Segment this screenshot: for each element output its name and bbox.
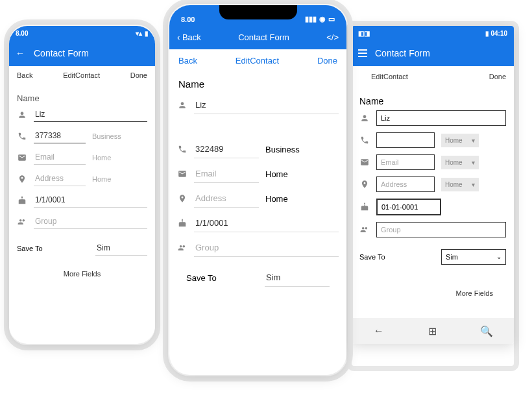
address-row: Home▾ bbox=[359, 176, 506, 192]
location-icon bbox=[177, 193, 187, 204]
save-to-field[interactable] bbox=[265, 269, 330, 287]
phone-icon bbox=[17, 131, 27, 141]
wifi-icon: ◉ bbox=[319, 15, 326, 23]
phone-type-label[interactable]: Business bbox=[265, 145, 304, 154]
date-row bbox=[359, 199, 506, 215]
save-to-label: Save To bbox=[186, 273, 217, 283]
time-label: 8.00 bbox=[16, 30, 28, 37]
email-field[interactable] bbox=[376, 154, 435, 170]
battery-icon: ▭ bbox=[328, 15, 335, 23]
email-type-dropdown[interactable]: Home▾ bbox=[441, 156, 479, 169]
person-icon bbox=[17, 110, 27, 120]
done-button[interactable]: Done bbox=[317, 56, 337, 66]
save-to-label: Save To bbox=[17, 245, 43, 252]
name-field[interactable] bbox=[376, 110, 506, 126]
phone-icon bbox=[359, 135, 370, 145]
email-field[interactable] bbox=[34, 150, 86, 165]
time-label: ▮ 04:10 bbox=[485, 30, 507, 37]
address-field[interactable] bbox=[376, 176, 435, 192]
name-section-label: Name bbox=[178, 79, 339, 90]
hamburger-icon[interactable] bbox=[358, 49, 367, 57]
ios-content: Name Business Home Home bbox=[169, 72, 346, 295]
group-row bbox=[359, 222, 506, 237]
person-icon bbox=[177, 100, 187, 110]
ios-phone: 8.00 ▮▮▮ ◉ ▭ ‹ Back Contact Form </> Bac… bbox=[169, 5, 346, 375]
win-phone: ◧◨ ▮ 04:10 Contact Form EditContact Done… bbox=[352, 26, 514, 344]
done-button[interactable]: Done bbox=[489, 73, 506, 80]
phone-field[interactable] bbox=[34, 128, 86, 143]
chevron-down-icon: ▾ bbox=[472, 159, 475, 166]
person-icon bbox=[359, 113, 370, 123]
name-row bbox=[177, 96, 339, 114]
signal-icon: ▾▴ bbox=[136, 30, 142, 37]
win-back-button[interactable]: ← bbox=[370, 322, 388, 340]
address-field[interactable] bbox=[34, 171, 86, 186]
group-field[interactable] bbox=[34, 214, 147, 229]
group-icon bbox=[359, 224, 370, 235]
group-field[interactable] bbox=[376, 222, 506, 237]
edit-button[interactable]: EditContact bbox=[63, 71, 100, 79]
phone-field[interactable] bbox=[194, 140, 259, 158]
group-field[interactable] bbox=[194, 239, 339, 257]
edit-button[interactable]: EditContact bbox=[236, 56, 279, 66]
save-to-dropdown[interactable]: Sim⌄ bbox=[441, 249, 506, 265]
phone-type-dropdown[interactable]: Home▾ bbox=[441, 134, 479, 147]
code-button[interactable]: </> bbox=[326, 32, 339, 42]
phone-field[interactable] bbox=[376, 132, 435, 148]
phone-type-label[interactable]: Business bbox=[92, 132, 125, 140]
save-to-field[interactable] bbox=[95, 241, 147, 256]
email-type-label[interactable]: Home bbox=[92, 154, 125, 162]
address-type-label[interactable]: Home bbox=[265, 194, 304, 204]
address-type-label[interactable]: Home bbox=[92, 175, 125, 183]
back-button[interactable]: Back bbox=[178, 56, 197, 66]
page-title: Contact Form bbox=[238, 32, 289, 42]
email-type-label[interactable]: Home bbox=[265, 169, 304, 179]
more-fields-button[interactable]: More Fields bbox=[359, 270, 506, 300]
name-section-label: Name bbox=[359, 96, 506, 106]
phone-row: Home▾ bbox=[359, 132, 506, 148]
address-type-dropdown[interactable]: Home▾ bbox=[441, 178, 479, 191]
chevron-down-icon: ▾ bbox=[472, 137, 475, 144]
chevron-down-icon: ▾ bbox=[472, 181, 475, 188]
win-header: Contact Form bbox=[352, 40, 514, 66]
back-arrow-icon[interactable]: ← bbox=[16, 48, 25, 58]
date-field[interactable] bbox=[34, 193, 147, 208]
android-status-icons: ▾▴ ▮ bbox=[136, 30, 149, 37]
more-fields-button[interactable]: More Fields bbox=[17, 261, 147, 280]
date-field[interactable] bbox=[194, 214, 339, 232]
group-icon bbox=[177, 243, 187, 253]
address-field[interactable] bbox=[194, 189, 259, 208]
name-row bbox=[17, 107, 147, 122]
date-field[interactable] bbox=[376, 199, 441, 215]
nav-back-button[interactable]: ‹ Back bbox=[177, 32, 201, 42]
android-header: ← Contact Form bbox=[9, 40, 155, 66]
notch bbox=[219, 5, 297, 19]
phone-icon bbox=[177, 144, 187, 154]
group-icon bbox=[17, 217, 27, 227]
page-title: Contact Form bbox=[375, 48, 430, 58]
win-home-button[interactable]: ⊞ bbox=[424, 322, 442, 340]
android-content: Name Business Home Home Sav bbox=[9, 84, 155, 288]
win-search-button[interactable]: 🔍 bbox=[478, 322, 496, 340]
save-to-row: Save To bbox=[17, 236, 147, 261]
done-button[interactable]: Done bbox=[130, 71, 147, 79]
name-field[interactable] bbox=[34, 107, 147, 122]
win-status-bar: ◧◨ ▮ 04:10 bbox=[352, 26, 514, 40]
email-row: Home▾ bbox=[359, 154, 506, 170]
win-content: Name Home▾ Home▾ Home▾ Save bbox=[352, 87, 514, 308]
email-icon bbox=[17, 152, 27, 163]
birthday-icon bbox=[359, 202, 370, 212]
win-status-icons-left: ◧◨ bbox=[358, 30, 370, 37]
page-title: Contact Form bbox=[34, 48, 89, 58]
phone-row: Business bbox=[177, 140, 339, 158]
network-icon: ◧◨ bbox=[358, 30, 370, 37]
android-subheader: Back EditContact Done bbox=[9, 66, 155, 84]
group-row bbox=[17, 214, 147, 229]
group-row bbox=[177, 239, 339, 257]
email-field[interactable] bbox=[194, 165, 259, 183]
location-icon bbox=[17, 174, 27, 184]
name-field[interactable] bbox=[194, 96, 339, 114]
email-icon bbox=[359, 157, 370, 167]
back-button[interactable]: Back bbox=[17, 71, 32, 79]
edit-button[interactable]: EditContact bbox=[371, 73, 408, 80]
